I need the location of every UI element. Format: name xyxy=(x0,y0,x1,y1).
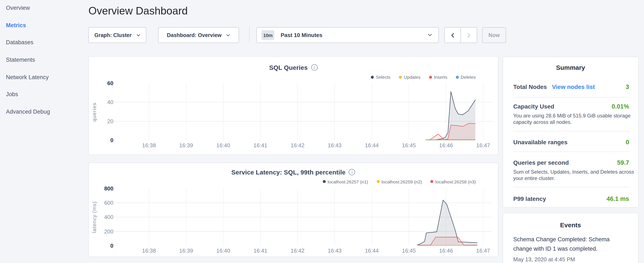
page-title: Overview Dashboard xyxy=(88,5,188,17)
svg-text:queries: queries xyxy=(92,102,97,122)
graph-scope-dropdown[interactable]: Graph: Cluster xyxy=(88,27,146,43)
time-step-buttons xyxy=(444,27,477,43)
svg-text:20: 20 xyxy=(107,118,113,124)
step-back-button[interactable] xyxy=(445,28,461,43)
service-latency-chart-card: Service Latency: SQL, 99th percentile i … xyxy=(88,162,498,257)
svg-text:0: 0 xyxy=(110,242,113,248)
sidebar-item-statements[interactable]: Statements xyxy=(6,57,50,74)
summary-metric-label: Capacity Used xyxy=(513,103,554,110)
sidebar-item-advanced-debug[interactable]: Advanced Debug xyxy=(6,109,50,126)
sql-queries-plot: 16:3816:3916:4016:4116:4216:4316:4416:45… xyxy=(89,56,498,154)
sidebar-item-jobs[interactable]: Jobs xyxy=(6,91,50,109)
svg-text:16:44: 16:44 xyxy=(365,247,379,253)
summary-metric-value: 0.01% xyxy=(612,103,629,110)
chevron-down-icon xyxy=(226,34,230,36)
now-label: Now xyxy=(488,32,500,38)
service-latency-plot: 16:3816:3916:4016:4116:4216:4316:4416:45… xyxy=(89,163,498,256)
events-list: Schema Change Completed: Schema change w… xyxy=(503,235,638,262)
summary-row: P99 latency46.1 ms xyxy=(513,187,629,208)
summary-metric-desc: Sum of Selects, Updates, Inserts, and De… xyxy=(513,169,635,181)
svg-text:16:39: 16:39 xyxy=(179,247,193,253)
view-nodes-link[interactable]: View nodes list xyxy=(552,83,595,90)
summary-metric-value: 3 xyxy=(626,83,629,90)
svg-text:16:45: 16:45 xyxy=(402,247,416,253)
time-range-label: Past 10 Minutes xyxy=(281,32,322,38)
chevron-down-icon xyxy=(136,34,140,36)
svg-text:200: 200 xyxy=(104,228,113,234)
svg-text:40: 40 xyxy=(107,99,113,105)
svg-text:16:40: 16:40 xyxy=(216,247,230,253)
svg-text:16:47: 16:47 xyxy=(476,247,490,253)
summary-metric-label: Unavailable ranges xyxy=(513,139,568,146)
svg-text:16:46: 16:46 xyxy=(439,247,453,253)
chevron-down-icon xyxy=(428,34,432,37)
svg-text:16:45: 16:45 xyxy=(402,142,416,148)
svg-text:latency (ms): latency (ms) xyxy=(92,201,97,233)
dashboard-label: Dashboard: Overview xyxy=(167,32,222,38)
sidebar-item-network-latency[interactable]: Network Latency xyxy=(6,74,50,91)
sidebar-item-metrics[interactable]: Metrics xyxy=(6,22,50,39)
summary-metric-value: 46.1 ms xyxy=(606,195,629,202)
event-timestamp: May 13, 2020 at 4:45 PM xyxy=(513,256,628,262)
summary-metric-label: P99 latency xyxy=(513,195,546,202)
summary-title: Summary xyxy=(503,64,638,71)
svg-text:16:41: 16:41 xyxy=(254,142,267,148)
event-message: Schema Change Completed: Schema change w… xyxy=(513,235,612,253)
summary-metric-value: 59.7 xyxy=(617,159,629,166)
sidebar-item-databases[interactable]: Databases xyxy=(6,39,50,57)
svg-text:16:42: 16:42 xyxy=(291,142,304,148)
svg-text:600: 600 xyxy=(104,200,113,205)
chevron-right-icon xyxy=(467,33,470,38)
summary-row: Unavailable ranges0 xyxy=(513,132,629,152)
now-button[interactable]: Now xyxy=(482,27,506,43)
dashboard-dropdown[interactable]: Dashboard: Overview xyxy=(158,27,239,43)
svg-text:16:44: 16:44 xyxy=(365,142,379,148)
svg-text:16:43: 16:43 xyxy=(328,142,342,148)
time-range-badge: 10m xyxy=(262,30,274,40)
svg-text:16:38: 16:38 xyxy=(142,142,156,148)
svg-text:800: 800 xyxy=(104,185,113,191)
svg-text:16:39: 16:39 xyxy=(179,142,193,148)
sidebar-item-overview[interactable]: Overview xyxy=(6,5,50,22)
svg-text:16:40: 16:40 xyxy=(216,142,230,148)
admin-ui-page: OverviewMetricsDatabasesStatementsNetwor… xyxy=(0,0,644,263)
summary-row: Queries per second59.7Sum of Selects, Up… xyxy=(513,152,629,187)
summary-panel: Summary Total NodesView nodes list3Capac… xyxy=(502,57,638,208)
sql-queries-chart-card: SQL Queries i SelectsUpdatesInsertsDelet… xyxy=(88,56,498,155)
step-forward-button[interactable] xyxy=(461,28,477,43)
time-range-dropdown[interactable]: 10m Past 10 Minutes xyxy=(256,27,439,43)
svg-text:16:47: 16:47 xyxy=(476,142,490,148)
events-title: Events xyxy=(503,221,638,228)
svg-text:16:38: 16:38 xyxy=(142,247,156,253)
toolbar-divider xyxy=(249,27,250,43)
summary-metric-desc: You are using 28.6 MiB of 515.9 GiB usab… xyxy=(513,113,635,125)
toolbar: Graph: Cluster Dashboard: Overview 10m P… xyxy=(88,27,498,43)
events-panel: Events Schema Change Completed: Schema c… xyxy=(502,212,638,263)
summary-metric-label: Queries per second xyxy=(513,159,569,166)
graph-scope-label: Graph: Cluster xyxy=(94,32,132,38)
svg-text:16:41: 16:41 xyxy=(254,247,267,253)
summary-metric-value: 0 xyxy=(626,139,629,146)
svg-text:16:46: 16:46 xyxy=(439,142,453,148)
summary-row: Total NodesView nodes list3 xyxy=(513,71,629,97)
sidebar: OverviewMetricsDatabasesStatementsNetwor… xyxy=(6,5,50,126)
summary-rows: Total NodesView nodes list3Capacity Used… xyxy=(513,71,629,208)
chevron-left-icon xyxy=(451,33,454,38)
summary-metric-label: Total Nodes xyxy=(513,83,547,90)
svg-text:16:42: 16:42 xyxy=(291,247,304,253)
svg-text:0: 0 xyxy=(110,137,113,143)
svg-text:60: 60 xyxy=(107,80,113,86)
summary-row: Capacity Used0.01%You are using 28.6 MiB… xyxy=(513,97,629,132)
svg-text:400: 400 xyxy=(104,214,113,220)
svg-text:16:43: 16:43 xyxy=(328,247,342,253)
